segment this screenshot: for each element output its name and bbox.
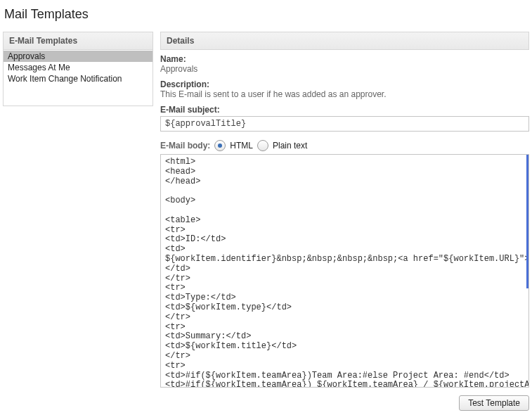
description-value: This E-mail is sent to a user if he was …	[160, 89, 529, 99]
details-panel: Details Name: Approvals Description: Thi…	[160, 32, 529, 411]
format-html-label[interactable]: HTML	[230, 141, 253, 151]
subject-input[interactable]	[160, 116, 529, 132]
format-plain-label[interactable]: Plain text	[273, 141, 307, 151]
templates-list[interactable]: Approvals Messages At Me Work Item Chang…	[3, 50, 153, 106]
name-label: Name:	[160, 54, 529, 64]
template-item-approvals[interactable]: Approvals	[4, 51, 153, 62]
details-panel-header: Details	[160, 32, 529, 50]
body-textarea[interactable]	[160, 154, 529, 388]
template-item-work-item-change[interactable]: Work Item Change Notification	[4, 73, 153, 84]
name-value: Approvals	[160, 64, 529, 74]
scrollbar[interactable]	[526, 155, 528, 288]
format-html-radio[interactable]	[214, 140, 226, 151]
templates-panel: E-Mail Templates Approvals Messages At M…	[3, 32, 153, 411]
subject-label: E-Mail subject:	[160, 105, 529, 115]
body-label: E-Mail body:	[160, 141, 210, 151]
templates-panel-header: E-Mail Templates	[3, 32, 153, 50]
test-template-button[interactable]: Test Template	[459, 395, 529, 411]
format-plain-radio[interactable]	[257, 140, 268, 151]
template-item-messages-at-me[interactable]: Messages At Me	[4, 62, 153, 73]
page-title: Mail Templates	[4, 7, 529, 22]
description-label: Description:	[160, 79, 529, 89]
